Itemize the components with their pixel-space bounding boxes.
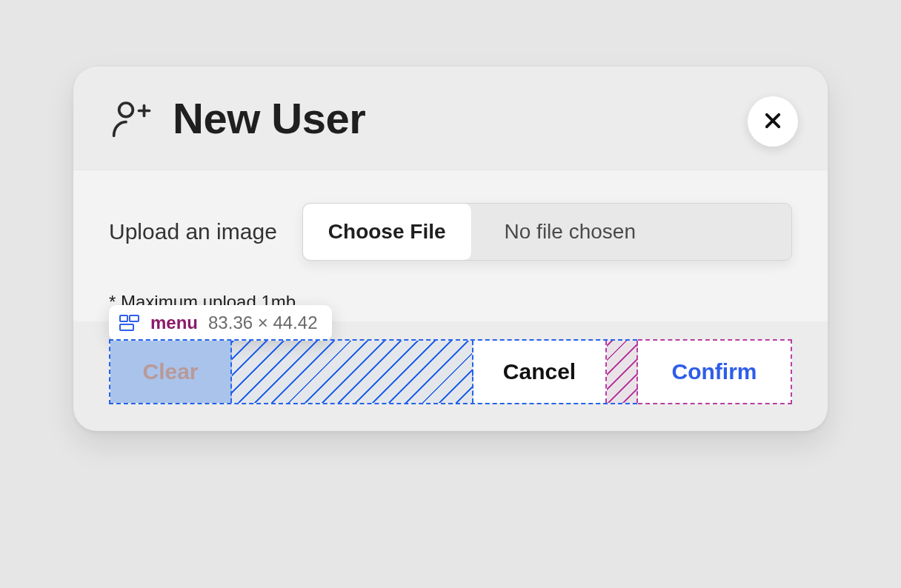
tooltip-dimensions: 83.36 × 44.42 xyxy=(208,313,317,333)
dialog-body: Upload an image Choose File No file chos… xyxy=(73,170,828,321)
svg-rect-2 xyxy=(130,315,139,321)
svg-point-0 xyxy=(119,103,133,117)
confirm-button[interactable]: Confirm xyxy=(638,339,792,404)
upload-row: Upload an image Choose File No file chos… xyxy=(109,203,792,261)
devtools-tooltip: menu 83.36 × 44.42 xyxy=(109,305,332,341)
flex-spacer-overlay xyxy=(232,341,473,403)
dialog-footer: menu 83.36 × 44.42 Clear Cancel Confirm xyxy=(73,339,828,431)
dialog-header: New User xyxy=(73,67,828,170)
tooltip-element-tag: menu xyxy=(150,313,198,333)
flex-gap-overlay xyxy=(607,341,638,403)
footer-flex-overlay: Clear Cancel Confirm xyxy=(109,339,792,404)
choose-file-button[interactable]: Choose File xyxy=(303,204,472,260)
file-input[interactable]: Choose File No file chosen xyxy=(302,203,792,261)
file-status-text: No file chosen xyxy=(472,204,791,260)
close-icon xyxy=(762,110,783,133)
svg-rect-1 xyxy=(120,315,127,321)
flex-layout-icon xyxy=(119,314,140,332)
close-button[interactable] xyxy=(748,96,798,147)
user-plus-icon xyxy=(109,96,153,141)
upload-label: Upload an image xyxy=(109,219,277,244)
clear-button[interactable]: Clear xyxy=(110,341,232,403)
svg-rect-3 xyxy=(120,324,133,330)
dialog-title: New User xyxy=(173,93,365,143)
new-user-dialog: New User Upload an image Choose File No … xyxy=(73,67,828,431)
cancel-button[interactable]: Cancel xyxy=(473,341,607,403)
